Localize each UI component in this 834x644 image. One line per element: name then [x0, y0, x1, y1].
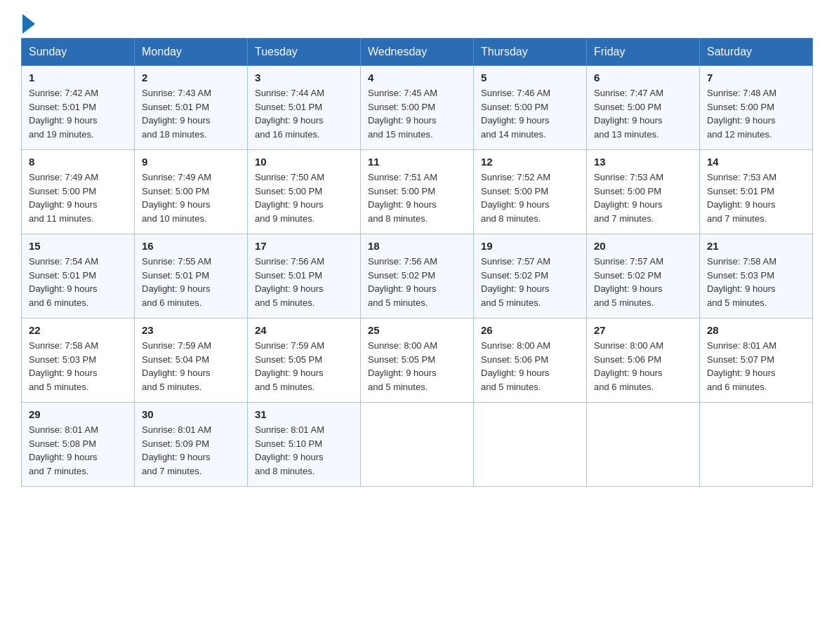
day-info: Sunrise: 7:58 AMSunset: 5:03 PMDaylight:…	[29, 339, 127, 394]
day-info: Sunrise: 7:54 AMSunset: 5:01 PMDaylight:…	[29, 255, 127, 309]
calendar-header-row: SundayMondayTuesdayWednesdayThursdayFrid…	[22, 39, 813, 66]
calendar-week-row: 15 Sunrise: 7:54 AMSunset: 5:01 PMDaylig…	[22, 234, 813, 318]
calendar-week-row: 8 Sunrise: 7:49 AMSunset: 5:00 PMDayligh…	[22, 150, 813, 234]
day-info: Sunrise: 7:58 AMSunset: 5:03 PMDaylight:…	[707, 255, 805, 309]
day-info: Sunrise: 7:45 AMSunset: 5:00 PMDaylight:…	[368, 86, 466, 141]
day-number: 19	[481, 240, 579, 252]
day-number: 21	[707, 240, 805, 252]
day-info: Sunrise: 7:48 AMSunset: 5:00 PMDaylight:…	[707, 86, 805, 141]
calendar-cell: 24 Sunrise: 7:59 AMSunset: 5:05 PMDaylig…	[248, 318, 361, 403]
day-number: 22	[29, 324, 127, 336]
day-number: 5	[481, 72, 579, 83]
col-header-tuesday: Tuesday	[248, 39, 361, 66]
calendar-cell: 13 Sunrise: 7:53 AMSunset: 5:00 PMDaylig…	[587, 150, 700, 234]
day-number: 28	[707, 324, 805, 336]
day-info: Sunrise: 8:01 AMSunset: 5:10 PMDaylight:…	[255, 423, 353, 478]
day-number: 17	[255, 240, 353, 252]
day-number: 7	[707, 72, 805, 83]
day-number: 8	[29, 156, 127, 168]
day-info: Sunrise: 8:00 AMSunset: 5:05 PMDaylight:…	[368, 339, 466, 394]
calendar-cell: 29 Sunrise: 8:01 AMSunset: 5:08 PMDaylig…	[22, 403, 135, 487]
calendar-cell: 22 Sunrise: 7:58 AMSunset: 5:03 PMDaylig…	[22, 318, 135, 403]
col-header-monday: Monday	[135, 39, 248, 66]
day-info: Sunrise: 7:53 AMSunset: 5:00 PMDaylight:…	[594, 170, 692, 225]
calendar-week-row: 22 Sunrise: 7:58 AMSunset: 5:03 PMDaylig…	[22, 318, 813, 403]
day-info: Sunrise: 7:52 AMSunset: 5:00 PMDaylight:…	[481, 170, 579, 225]
day-number: 16	[142, 240, 240, 252]
day-info: Sunrise: 8:01 AMSunset: 5:08 PMDaylight:…	[29, 423, 127, 478]
day-info: Sunrise: 7:43 AMSunset: 5:01 PMDaylight:…	[142, 86, 240, 141]
calendar-cell: 31 Sunrise: 8:01 AMSunset: 5:10 PMDaylig…	[248, 403, 361, 487]
calendar-cell: 4 Sunrise: 7:45 AMSunset: 5:00 PMDayligh…	[361, 66, 474, 150]
day-info: Sunrise: 7:46 AMSunset: 5:00 PMDaylight:…	[481, 86, 579, 141]
day-info: Sunrise: 8:01 AMSunset: 5:07 PMDaylight:…	[707, 339, 805, 394]
day-info: Sunrise: 8:00 AMSunset: 5:06 PMDaylight:…	[594, 339, 692, 394]
day-info: Sunrise: 7:49 AMSunset: 5:00 PMDaylight:…	[29, 170, 127, 225]
day-number: 3	[255, 72, 353, 83]
day-number: 18	[368, 240, 466, 252]
day-number: 23	[142, 324, 240, 336]
calendar-cell	[361, 403, 474, 487]
day-info: Sunrise: 7:50 AMSunset: 5:00 PMDaylight:…	[255, 170, 353, 225]
page-header	[21, 17, 813, 31]
col-header-thursday: Thursday	[474, 39, 587, 66]
calendar-cell: 3 Sunrise: 7:44 AMSunset: 5:01 PMDayligh…	[248, 66, 361, 150]
calendar-cell: 23 Sunrise: 7:59 AMSunset: 5:04 PMDaylig…	[135, 318, 248, 403]
day-number: 12	[481, 156, 579, 168]
calendar-cell: 5 Sunrise: 7:46 AMSunset: 5:00 PMDayligh…	[474, 66, 587, 150]
day-number: 6	[594, 72, 692, 83]
calendar-cell: 21 Sunrise: 7:58 AMSunset: 5:03 PMDaylig…	[700, 234, 813, 318]
day-number: 24	[255, 324, 353, 336]
logo-arrow-icon	[22, 14, 35, 34]
calendar-cell: 26 Sunrise: 8:00 AMSunset: 5:06 PMDaylig…	[474, 318, 587, 403]
calendar-cell: 15 Sunrise: 7:54 AMSunset: 5:01 PMDaylig…	[22, 234, 135, 318]
day-number: 10	[255, 156, 353, 168]
day-info: Sunrise: 7:56 AMSunset: 5:01 PMDaylight:…	[255, 255, 353, 309]
col-header-sunday: Sunday	[22, 39, 135, 66]
calendar-cell: 1 Sunrise: 7:42 AMSunset: 5:01 PMDayligh…	[22, 66, 135, 150]
calendar-cell: 6 Sunrise: 7:47 AMSunset: 5:00 PMDayligh…	[587, 66, 700, 150]
calendar-cell: 19 Sunrise: 7:57 AMSunset: 5:02 PMDaylig…	[474, 234, 587, 318]
day-info: Sunrise: 7:47 AMSunset: 5:00 PMDaylight:…	[594, 86, 692, 141]
calendar-cell: 17 Sunrise: 7:56 AMSunset: 5:01 PMDaylig…	[248, 234, 361, 318]
calendar-week-row: 1 Sunrise: 7:42 AMSunset: 5:01 PMDayligh…	[22, 66, 813, 150]
calendar-cell: 8 Sunrise: 7:49 AMSunset: 5:00 PMDayligh…	[22, 150, 135, 234]
day-info: Sunrise: 8:01 AMSunset: 5:09 PMDaylight:…	[142, 423, 240, 478]
day-number: 30	[142, 408, 240, 420]
day-number: 26	[481, 324, 579, 336]
calendar-cell: 16 Sunrise: 7:55 AMSunset: 5:01 PMDaylig…	[135, 234, 248, 318]
day-number: 29	[29, 408, 127, 420]
calendar-table: SundayMondayTuesdayWednesdayThursdayFrid…	[21, 38, 813, 487]
calendar-cell: 2 Sunrise: 7:43 AMSunset: 5:01 PMDayligh…	[135, 66, 248, 150]
col-header-wednesday: Wednesday	[361, 39, 474, 66]
calendar-cell: 7 Sunrise: 7:48 AMSunset: 5:00 PMDayligh…	[700, 66, 813, 150]
calendar-cell: 20 Sunrise: 7:57 AMSunset: 5:02 PMDaylig…	[587, 234, 700, 318]
day-info: Sunrise: 7:57 AMSunset: 5:02 PMDaylight:…	[481, 255, 579, 309]
day-info: Sunrise: 7:53 AMSunset: 5:01 PMDaylight:…	[707, 170, 805, 225]
day-number: 20	[594, 240, 692, 252]
day-number: 9	[142, 156, 240, 168]
col-header-friday: Friday	[587, 39, 700, 66]
calendar-cell: 30 Sunrise: 8:01 AMSunset: 5:09 PMDaylig…	[135, 403, 248, 487]
day-number: 11	[368, 156, 466, 168]
day-number: 13	[594, 156, 692, 168]
calendar-cell: 28 Sunrise: 8:01 AMSunset: 5:07 PMDaylig…	[700, 318, 813, 403]
day-info: Sunrise: 7:51 AMSunset: 5:00 PMDaylight:…	[368, 170, 466, 225]
calendar-cell: 9 Sunrise: 7:49 AMSunset: 5:00 PMDayligh…	[135, 150, 248, 234]
col-header-saturday: Saturday	[700, 39, 813, 66]
calendar-cell	[700, 403, 813, 487]
day-number: 25	[368, 324, 466, 336]
calendar-cell: 10 Sunrise: 7:50 AMSunset: 5:00 PMDaylig…	[248, 150, 361, 234]
day-info: Sunrise: 7:57 AMSunset: 5:02 PMDaylight:…	[594, 255, 692, 309]
day-info: Sunrise: 7:42 AMSunset: 5:01 PMDaylight:…	[29, 86, 127, 141]
day-number: 27	[594, 324, 692, 336]
day-info: Sunrise: 7:49 AMSunset: 5:00 PMDaylight:…	[142, 170, 240, 225]
day-number: 14	[707, 156, 805, 168]
calendar-cell: 18 Sunrise: 7:56 AMSunset: 5:02 PMDaylig…	[361, 234, 474, 318]
day-info: Sunrise: 8:00 AMSunset: 5:06 PMDaylight:…	[481, 339, 579, 394]
day-number: 4	[368, 72, 466, 83]
day-info: Sunrise: 7:44 AMSunset: 5:01 PMDaylight:…	[255, 86, 353, 141]
day-info: Sunrise: 7:55 AMSunset: 5:01 PMDaylight:…	[142, 255, 240, 309]
day-info: Sunrise: 7:59 AMSunset: 5:05 PMDaylight:…	[255, 339, 353, 394]
day-info: Sunrise: 7:56 AMSunset: 5:02 PMDaylight:…	[368, 255, 466, 309]
